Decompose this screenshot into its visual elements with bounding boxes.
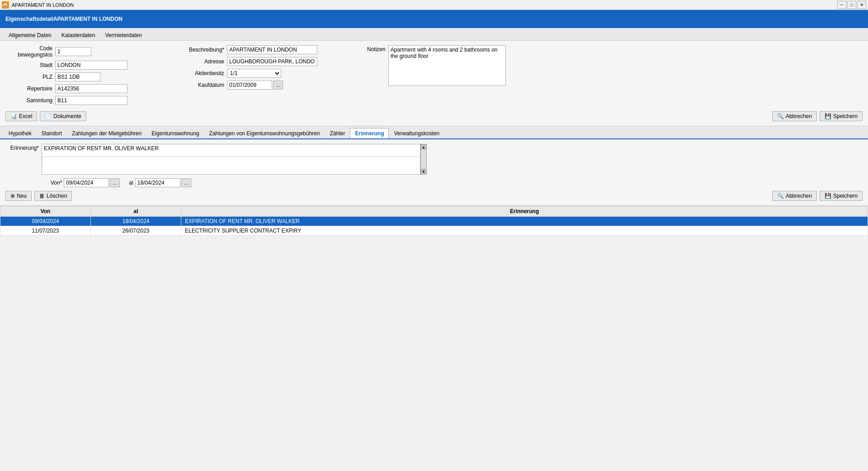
form-section-left: Code bewegungslos Stadt PLZ Repertoire S… (5, 45, 168, 108)
row-erinnerung-1: ELECTRICITY SUPPLIER CONTRACT EXPIRY (181, 226, 868, 236)
col-header-von: Von (0, 206, 91, 217)
von-al-row: Von* ... al ... (5, 178, 863, 187)
plz-label: PLZ (5, 74, 55, 80)
neu-icon: ⊕ (10, 193, 15, 199)
sammlung-input[interactable] (55, 96, 127, 105)
adresse-label: Adresse (177, 58, 227, 65)
erinnerung-label: Erinnerung* (5, 144, 42, 151)
sub-tab-hypothek[interactable]: Hypothek (4, 128, 37, 138)
stadt-input[interactable] (55, 61, 127, 70)
form-area: Code bewegungslos Stadt PLZ Repertoire S… (0, 41, 868, 126)
abbrechen-erinnerung-icon: 🔍 (777, 193, 784, 199)
table-row[interactable]: 09/04/2024 18/04/2024 EXPIRATION OF RENT… (0, 217, 868, 226)
kaufdatum-label: Kaufdatum (177, 82, 227, 88)
speichern-button-form[interactable]: 💾 Speichern (820, 111, 863, 121)
sub-tab-verwaltungskosten[interactable]: Verwaltungskosten (389, 128, 444, 138)
sub-tab-zahler[interactable]: Zähler (325, 128, 350, 138)
col-header-al: al (91, 206, 181, 217)
al-picker-button[interactable]: ... (181, 178, 191, 187)
aktienbesitz-select[interactable]: 1/1 (227, 69, 281, 78)
abbrechen-icon: 🔍 (777, 113, 784, 119)
form-section-right: Notizen Apartment with 4 rooms and 2 bat… (358, 45, 863, 108)
excel-icon: 📊 (10, 113, 17, 119)
aktienbesitz-label: Aktienbesitz (177, 70, 227, 76)
row-von-1: 11/07/2023 (0, 226, 91, 236)
restore-button[interactable]: □ (847, 1, 856, 9)
plz-input[interactable] (55, 72, 100, 81)
main-tabs: Allgemeine Daten Katasterdaten Vermieter… (0, 28, 868, 41)
title-bar-controls: ─ □ ✕ (837, 1, 866, 9)
sub-tab-zahlungen-eigen[interactable]: Zahlungen von Eigentumswohnungsgebühren (204, 128, 325, 138)
row-al-0: 18/04/2024 (91, 217, 181, 226)
close-button[interactable]: ✕ (857, 1, 866, 9)
von-input[interactable] (64, 178, 109, 187)
kaufdatum-picker-button[interactable]: ... (273, 81, 283, 90)
tab-kataster[interactable]: Katasterdaten (57, 30, 100, 40)
code-bewegungslos-label: Code bewegungslos (5, 45, 55, 58)
erinnerung-button-row: ⊕ Neu 🗑 Löschen 🔍 Abbrechen 💾 Speichern (5, 191, 863, 201)
form-button-row: 📊 Excel 📄 Dokumente 🔍 Abbrechen 💾 Speich… (5, 111, 863, 121)
title-bar-title: APARTAMENT IN LONDON (12, 2, 74, 8)
sub-tab-eigentumswohnung[interactable]: Eigentumswohnung (146, 128, 204, 138)
al-input[interactable] (135, 178, 180, 187)
erinnerung-text-top: EXPIRATION OF RENT MR. OLIVER WALKER (42, 144, 420, 157)
erinnerung-scrollbar[interactable]: ▲ ▼ (420, 144, 427, 175)
erinnerung-table: Von al Erinnerung 09/04/2024 18/04/2024 … (0, 206, 868, 236)
stadt-label: Stadt (5, 62, 55, 68)
notizen-label: Notizen (367, 45, 388, 52)
loeschen-icon: 🗑 (39, 193, 45, 199)
loeschen-button[interactable]: 🗑 Löschen (34, 191, 72, 201)
header-title: EigenschaftsdetailAPARTAMENT IN LONDON (5, 16, 123, 22)
excel-button[interactable]: 📊 Excel (5, 111, 37, 121)
erinnerung-text-bottom (42, 157, 420, 170)
row-erinnerung-0: EXPIRATION OF RENT MR. OLIVER WALKER (181, 217, 868, 226)
notizen-textarea[interactable]: Apartment with 4 rooms and 2 bathrooms o… (388, 45, 506, 86)
kaufdatum-input[interactable] (227, 81, 272, 90)
erinnerung-section: Erinnerung* EXPIRATION OF RENT MR. OLIVE… (0, 139, 868, 206)
sub-tabs: Hypothek Standort Zahlungen der Mietgebü… (0, 126, 868, 139)
form-section-mid: Beschreibung* Adresse Aktienbesitz 1/1 K… (168, 45, 358, 108)
repertoire-label: Repertoire (5, 86, 55, 92)
speichern-icon: 💾 (825, 113, 831, 119)
von-label: Von* (51, 180, 62, 186)
sub-tab-erinnerung[interactable]: Erinnerung (350, 128, 389, 138)
table-row[interactable]: 11/07/2023 26/07/2023 ELECTRICITY SUPPLI… (0, 226, 868, 236)
neu-button[interactable]: ⊕ Neu (5, 191, 32, 201)
abbrechen-button-erinnerung[interactable]: 🔍 Abbrechen (772, 191, 817, 201)
dokumente-button[interactable]: 📄 Dokumente (40, 111, 86, 121)
tab-vermieter[interactable]: Vermieterdaten (100, 30, 146, 40)
sammlung-label: Sammlung (5, 97, 55, 104)
scrollbar-up[interactable]: ▲ (421, 144, 426, 150)
row-von-0: 09/04/2024 (0, 217, 91, 226)
abbrechen-button-form[interactable]: 🔍 Abbrechen (772, 111, 817, 121)
app-icon: 🏠 (2, 1, 9, 9)
dokumente-icon: 📄 (45, 113, 52, 119)
erinnerung-combined-box: EXPIRATION OF RENT MR. OLIVER WALKER (42, 144, 420, 175)
code-bewegungslos-input[interactable] (55, 47, 91, 56)
speichern-erinnerung-icon: 💾 (825, 193, 831, 199)
table-container: Von al Erinnerung 09/04/2024 18/04/2024 … (0, 206, 868, 236)
title-bar: 🏠 APARTAMENT IN LONDON ─ □ ✕ (0, 0, 868, 10)
beschreibung-input[interactable] (227, 45, 317, 54)
al-label: al (129, 180, 133, 186)
header-bar: EigenschaftsdetailAPARTAMENT IN LONDON (0, 10, 868, 28)
sub-tab-zahlungen-miet[interactable]: Zahlungen der Mietgebühren (67, 128, 146, 138)
col-header-erinnerung: Erinnerung (181, 206, 868, 217)
von-picker-button[interactable]: ... (110, 178, 120, 187)
tab-allgemeine[interactable]: Allgemeine Daten (4, 30, 57, 40)
scrollbar-down[interactable]: ▼ (421, 169, 426, 174)
minimize-button[interactable]: ─ (837, 1, 846, 9)
adresse-input[interactable] (227, 57, 317, 66)
speichern-button-erinnerung[interactable]: 💾 Speichern (820, 191, 863, 201)
repertoire-input[interactable] (55, 84, 127, 93)
row-al-1: 26/07/2023 (91, 226, 181, 236)
beschreibung-label: Beschreibung* (177, 47, 227, 53)
sub-tab-standort[interactable]: Standort (37, 128, 67, 138)
